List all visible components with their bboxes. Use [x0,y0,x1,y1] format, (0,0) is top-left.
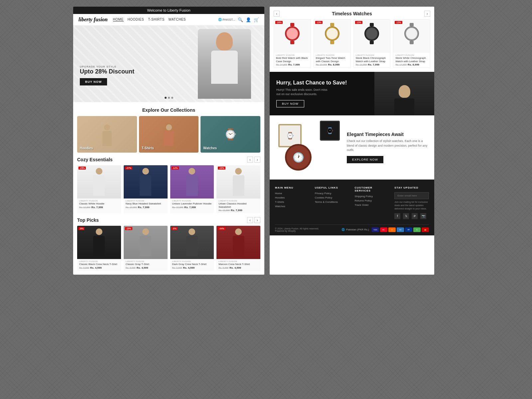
product-gray-tshirt: -29% LIBERTY FUSION Classic Gray T-Shirt… [124,226,168,271]
social-icons: f 𝕏 P 📷 [394,213,429,219]
collection-watches[interactable]: ⌚ Watches [200,116,260,153]
footer-shipping[interactable]: Shipping Policy [355,195,389,198]
watch-white-display [403,23,420,40]
watches-title: Timeless Watches [332,11,372,16]
hero-dot-3[interactable] [171,97,173,99]
product-name: Dark Gray Crew Neck T-Shirt [172,263,212,266]
footer-privacy[interactable]: Privacy Policy [315,192,349,195]
footer-link-watches[interactable]: Watches [275,205,310,208]
watch-card-red: -20% LIBERTY FUSION Bold Red Watch with … [274,19,311,68]
nav-hoodies[interactable]: HOODIES [128,18,144,22]
p-body [93,236,105,256]
price-new: Rs. 7,999 [138,206,150,209]
purple-hoodie-image: -12% [170,165,214,199]
hero-buy-button[interactable]: BUY NOW [80,78,107,85]
footer-bottom-left: © 2024, Liberty Fusion. All rights reser… [275,227,319,232]
cp-body [102,131,112,146]
collection-tshirts[interactable]: T-Shirts [139,116,199,153]
footer-link-tshirts[interactable]: T-Shirts [275,200,310,203]
price-old: Rs. 10,999 [316,64,327,66]
logo[interactable]: liberty fusion [78,17,108,23]
product-name: Unisex Lavender Pullover Hoodie [172,202,212,205]
watches-grid: -20% LIBERTY FUSION Bold Red Watch with … [274,19,430,68]
discount-badge-w4: -15% [395,21,402,24]
price-new: Rs. 4,599 [137,266,148,269]
product-pricing: Rs. 10,999 Rs. 7,999 [172,206,212,209]
navbar: liberty fusion HOME HOODIES T-SHIRTS WAT… [73,14,264,26]
watch-inner [406,28,417,39]
instagram-icon[interactable]: 📷 [420,213,426,219]
watch-black-display [363,23,380,40]
tshirts-person [164,124,174,146]
gold-watch-info: LIBERTY FUSION Elegant Two-Tone Watch wi… [314,53,350,67]
product-name: Classic White Hoodie [79,202,119,205]
strap-top [410,23,414,26]
product-brand: LIBERTY FUSION [126,260,166,262]
footer-link-home[interactable]: Home [275,192,310,195]
footer-cookies[interactable]: Cookies Policy [315,196,349,199]
product-name: Classic Gray T-Shirt [126,263,166,266]
footer-email-input[interactable] [394,192,429,199]
cart-icon[interactable]: 🛒 [254,17,259,22]
price-old: Rs. 10,999 [172,206,184,208]
toppicks-next[interactable]: › [254,217,260,223]
footer-country[interactable]: 🌐 Pakistan (PKR Rs.) [341,228,369,231]
white-hoodie-info: LIBERTY FUSION Classic White Hoodie Rs. … [77,199,121,210]
product-brand: LIBERTY FUSION [218,200,258,202]
strap-bottom [370,41,374,44]
account-icon[interactable]: 👤 [246,17,251,22]
collection-hoodies[interactable]: Hoodies [77,116,137,153]
cozy-next[interactable]: › [254,157,260,163]
nav-tshirts[interactable]: T-SHIRTS [148,18,164,22]
twitter-icon[interactable]: 𝕏 [403,213,409,219]
product-brand: LIBERTY FUSION [172,200,212,202]
model-body [211,51,238,84]
hero-section: UPGRADE YOUR STYLE Upto 28% Discount BUY… [73,26,264,102]
nav-watches[interactable]: WATCHES [169,18,186,22]
search-icon[interactable]: 🔍 [238,17,243,22]
strap-top [290,23,294,26]
product-white2-hoodie: -28% LIBERTY FUSION Urban Classics Hoode… [216,165,260,213]
toppicks-section: Top Picks ‹ › -9% [73,217,264,275]
product-brand: LIBERTY FUSION [218,260,258,262]
elegant-watch-dark: ⌚ [320,121,340,141]
watches-next[interactable]: › [424,11,430,17]
promo-buy-button[interactable]: BUY NOW [276,100,304,107]
nav-home[interactable]: HOME [113,18,124,22]
right-panel: ‹ Timeless Watches › -20% [270,7,434,275]
product-pricing: Rs. 14,999 Rs. 8,999 [395,63,428,66]
footer-returns[interactable]: Returns Policy [355,199,389,202]
product-name: Sleek White Chronograph Watch with Leath… [395,57,428,63]
footer-terms[interactable]: Terms & Conditions [315,200,349,203]
cozy-prev[interactable]: ‹ [247,157,253,163]
model-head [216,32,233,51]
product-name: Bold Red Watch with Black Case Design [276,57,309,63]
hero-dot-1[interactable] [165,97,167,99]
p-head [235,228,242,235]
globe-icon: 🌐 [341,228,345,231]
footer-link-hoodies[interactable]: Hoodies [275,196,310,199]
p-body [140,175,151,196]
price-old: Rs. 10,999 [218,209,230,211]
hero-model-image [198,29,251,99]
tshirt-maroon-figure [216,226,260,259]
watches-prev[interactable]: ‹ [274,11,280,17]
elegant-desc: Check out our collection of stylish watc… [347,139,429,153]
p-body [93,175,105,196]
watch-card-gold: -15% LIBERTY FUSION Elegant Two-Tone Wat… [314,19,351,68]
explore-button[interactable]: EXPLORE NOW [347,156,383,163]
pinterest-icon[interactable]: P [412,213,418,219]
product-name: Urban Classics Hooded Sweatshirt [218,202,258,208]
amex-icon: AX [397,227,404,232]
facebook-icon[interactable]: f [394,213,400,219]
announcement-text: Welcome to Liberty Fusion [147,8,190,12]
discount-badge-t4: -44% [218,227,225,230]
hero-dot-2[interactable] [168,97,170,99]
watch-inner [327,28,338,39]
country-selector[interactable]: 🌐 PAKIST... [218,18,235,21]
product-name: Sleek Black Chronograph Watch with Leath… [356,57,388,63]
toppicks-prev[interactable]: ‹ [247,217,253,223]
gray-tshirt-image: -29% [124,226,168,259]
hero-title: Upto 28% Discount [80,68,134,75]
footer-track[interactable]: Track Order [355,203,389,206]
